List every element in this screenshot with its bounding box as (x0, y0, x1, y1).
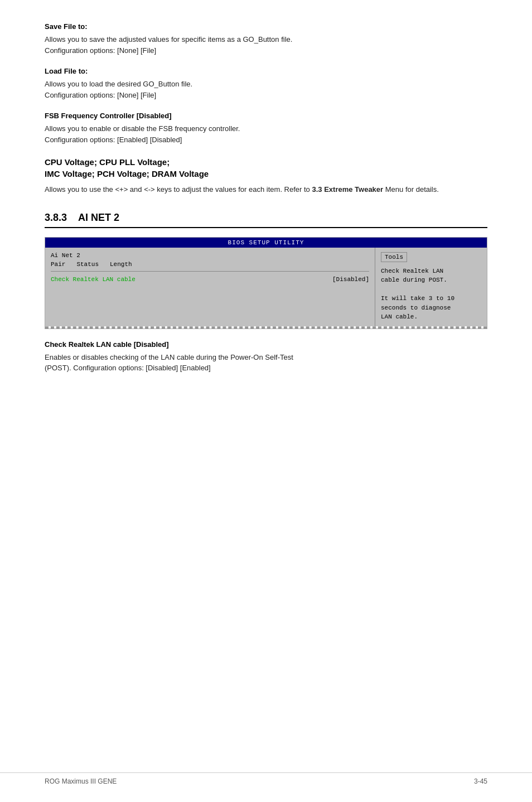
save-file-title: Save File to: (45, 22, 487, 31)
load-file-section: Load File to: Allows you to load the des… (45, 67, 487, 100)
save-file-body: Allows you to save the adjusted values f… (45, 34, 487, 56)
bios-left-panel: Ai Net 2 Pair Status Length Check Realte… (45, 248, 375, 326)
bios-item-row: Check Realtek LAN cable [Disabled] (51, 276, 369, 283)
bios-right-panel: Tools Check Realtek LAN cable during POS… (375, 248, 487, 326)
cpu-voltage-title: CPU Voltage; CPU PLL Voltage; IMC Voltag… (45, 156, 487, 180)
bios-col-length: Length (110, 261, 132, 268)
fsb-section: FSB Frequency Controller [Disabled] Allo… (45, 112, 487, 145)
bios-col-status: Status (76, 261, 99, 268)
bios-col-pair: Pair (51, 261, 65, 268)
load-file-body: Allows you to load the desired GO_Button… (45, 79, 487, 100)
chapter-number: 3.8.3 (45, 212, 67, 224)
bios-subtitle: Ai Net 2 (51, 252, 369, 259)
bios-tools-tab: Tools (381, 252, 407, 262)
save-file-section: Save File to: Allows you to save the adj… (45, 22, 487, 56)
cpu-voltage-body: Allows you to use the <+> and <-> keys t… (45, 184, 487, 195)
bios-title-bar: BIOS SETUP UTILITY (45, 238, 487, 248)
footer-right: 3-45 (474, 777, 487, 785)
bios-columns: Pair Status Length (51, 261, 369, 272)
chapter-header: 3.8.3 AI NET 2 (45, 212, 487, 228)
bios-item-label: Check Realtek LAN cable (51, 276, 327, 283)
fsb-body: Allows you to enable or disable the FSB … (45, 123, 487, 145)
bios-help-text: Check Realtek LAN cable during POST. It … (381, 267, 481, 322)
chapter-section: 3.8.3 AI NET 2 BIOS SETUP UTILITY Ai Net… (45, 212, 487, 329)
footer-left: ROG Maximus III GENE (45, 777, 117, 785)
fsb-title: FSB Frequency Controller [Disabled] (45, 112, 487, 120)
bios-body: Ai Net 2 Pair Status Length Check Realte… (45, 248, 487, 326)
page-footer: ROG Maximus III GENE 3-45 (0, 772, 532, 785)
check-realtek-body: Enables or disables checking of the LAN … (45, 352, 487, 374)
check-realtek-section: Check Realtek LAN cable [Disabled] Enabl… (45, 340, 487, 374)
chapter-title: AI NET 2 (78, 212, 119, 224)
cpu-voltage-section: CPU Voltage; CPU PLL Voltage; IMC Voltag… (45, 156, 487, 195)
bios-container: BIOS SETUP UTILITY Ai Net 2 Pair Status … (45, 237, 487, 329)
load-file-title: Load File to: (45, 67, 487, 75)
extreme-tweaker-ref: 3.3 Extreme Tweaker (312, 185, 383, 194)
bios-item-value: [Disabled] (332, 276, 369, 283)
check-realtek-title: Check Realtek LAN cable [Disabled] (45, 340, 487, 349)
bios-bottom-dashes (45, 326, 487, 328)
